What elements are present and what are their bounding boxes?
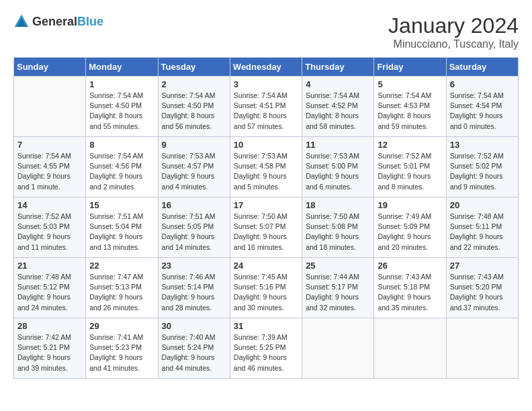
calendar-cell: 15Sunrise: 7:51 AMSunset: 5:04 PMDayligh… — [86, 197, 158, 258]
day-number: 18 — [306, 200, 370, 210]
calendar-cell: 20Sunrise: 7:48 AMSunset: 5:11 PMDayligh… — [446, 197, 518, 258]
day-number: 17 — [234, 200, 298, 210]
day-number: 23 — [162, 261, 226, 271]
day-info: Sunrise: 7:54 AMSunset: 4:52 PMDaylight:… — [306, 91, 370, 132]
day-number: 24 — [234, 261, 298, 271]
calendar-cell: 26Sunrise: 7:43 AMSunset: 5:18 PMDayligh… — [374, 258, 446, 318]
day-info: Sunrise: 7:48 AMSunset: 5:11 PMDaylight:… — [450, 212, 515, 253]
calendar-cell: 10Sunrise: 7:53 AMSunset: 4:58 PMDayligh… — [230, 137, 302, 197]
calendar-cell: 2Sunrise: 7:54 AMSunset: 4:50 PMDaylight… — [158, 77, 230, 137]
calendar-table: SundayMondayTuesdayWednesdayThursdayFrid… — [13, 57, 519, 379]
day-info: Sunrise: 7:53 AMSunset: 5:00 PMDaylight:… — [306, 151, 370, 192]
calendar-cell: 3Sunrise: 7:54 AMSunset: 4:51 PMDaylight… — [230, 77, 302, 137]
day-info: Sunrise: 7:52 AMSunset: 5:01 PMDaylight:… — [378, 151, 442, 192]
calendar-cell: 22Sunrise: 7:47 AMSunset: 5:13 PMDayligh… — [86, 258, 158, 318]
calendar-cell — [302, 318, 374, 379]
calendar-cell: 21Sunrise: 7:48 AMSunset: 5:12 PMDayligh… — [14, 258, 86, 318]
calendar-cell — [374, 318, 446, 379]
day-number: 15 — [89, 200, 154, 210]
calendar-cell: 19Sunrise: 7:49 AMSunset: 5:09 PMDayligh… — [374, 197, 446, 258]
calendar-cell: 25Sunrise: 7:44 AMSunset: 5:17 PMDayligh… — [302, 258, 374, 318]
col-header-wednesday: Wednesday — [230, 58, 302, 77]
title-area: January 2024 Minucciano, Tuscany, Italy — [388, 13, 519, 50]
calendar-cell: 8Sunrise: 7:54 AMSunset: 4:56 PMDaylight… — [86, 137, 158, 197]
day-number: 14 — [17, 200, 82, 210]
calendar-cell: 5Sunrise: 7:54 AMSunset: 4:53 PMDaylight… — [374, 77, 446, 137]
day-info: Sunrise: 7:42 AMSunset: 5:21 PMDaylight:… — [17, 332, 82, 373]
calendar-week-row: 1Sunrise: 7:54 AMSunset: 4:50 PMDaylight… — [14, 77, 519, 137]
calendar-cell — [446, 318, 518, 379]
calendar-header-row: SundayMondayTuesdayWednesdayThursdayFrid… — [14, 58, 519, 77]
day-number: 28 — [17, 321, 82, 331]
day-info: Sunrise: 7:54 AMSunset: 4:50 PMDaylight:… — [89, 91, 154, 132]
day-info: Sunrise: 7:45 AMSunset: 5:16 PMDaylight:… — [234, 272, 298, 313]
day-number: 19 — [378, 200, 442, 210]
day-info: Sunrise: 7:50 AMSunset: 5:07 PMDaylight:… — [234, 212, 298, 253]
calendar-cell: 28Sunrise: 7:42 AMSunset: 5:21 PMDayligh… — [14, 318, 86, 379]
day-number: 4 — [306, 79, 370, 89]
col-header-saturday: Saturday — [446, 58, 518, 77]
day-number: 22 — [89, 261, 154, 271]
day-number: 8 — [89, 140, 154, 150]
day-info: Sunrise: 7:54 AMSunset: 4:50 PMDaylight:… — [162, 91, 226, 132]
logo-icon — [13, 13, 30, 30]
day-info: Sunrise: 7:40 AMSunset: 5:24 PMDaylight:… — [162, 332, 226, 373]
calendar-week-row: 21Sunrise: 7:48 AMSunset: 5:12 PMDayligh… — [14, 258, 519, 318]
day-info: Sunrise: 7:51 AMSunset: 5:04 PMDaylight:… — [89, 212, 154, 253]
day-info: Sunrise: 7:52 AMSunset: 5:02 PMDaylight:… — [450, 151, 515, 192]
col-header-tuesday: Tuesday — [158, 58, 230, 77]
logo-text-blue: Blue — [77, 15, 103, 28]
calendar-cell: 31Sunrise: 7:39 AMSunset: 5:25 PMDayligh… — [230, 318, 302, 379]
day-number: 12 — [378, 140, 442, 150]
day-number: 20 — [450, 200, 515, 210]
day-info: Sunrise: 7:54 AMSunset: 4:54 PMDaylight:… — [450, 91, 515, 132]
day-info: Sunrise: 7:49 AMSunset: 5:09 PMDaylight:… — [378, 212, 442, 253]
calendar-cell: 30Sunrise: 7:40 AMSunset: 5:24 PMDayligh… — [158, 318, 230, 379]
day-number: 26 — [378, 261, 442, 271]
day-info: Sunrise: 7:47 AMSunset: 5:13 PMDaylight:… — [89, 272, 154, 313]
day-info: Sunrise: 7:52 AMSunset: 5:03 PMDaylight:… — [17, 212, 82, 253]
day-number: 16 — [162, 200, 226, 210]
calendar-cell: 29Sunrise: 7:41 AMSunset: 5:23 PMDayligh… — [86, 318, 158, 379]
day-number: 21 — [17, 261, 82, 271]
calendar-cell: 14Sunrise: 7:52 AMSunset: 5:03 PMDayligh… — [14, 197, 86, 258]
day-info: Sunrise: 7:53 AMSunset: 4:57 PMDaylight:… — [162, 151, 226, 192]
calendar-cell: 9Sunrise: 7:53 AMSunset: 4:57 PMDaylight… — [158, 137, 230, 197]
col-header-thursday: Thursday — [302, 58, 374, 77]
day-number: 2 — [162, 79, 226, 89]
day-number: 10 — [234, 140, 298, 150]
day-info: Sunrise: 7:54 AMSunset: 4:51 PMDaylight:… — [234, 91, 298, 132]
day-number: 7 — [17, 140, 82, 150]
calendar-cell — [14, 77, 86, 137]
calendar-cell: 18Sunrise: 7:50 AMSunset: 5:08 PMDayligh… — [302, 197, 374, 258]
calendar-cell: 17Sunrise: 7:50 AMSunset: 5:07 PMDayligh… — [230, 197, 302, 258]
calendar-cell: 23Sunrise: 7:46 AMSunset: 5:14 PMDayligh… — [158, 258, 230, 318]
calendar-week-row: 14Sunrise: 7:52 AMSunset: 5:03 PMDayligh… — [14, 197, 519, 258]
day-number: 5 — [378, 79, 442, 89]
day-info: Sunrise: 7:44 AMSunset: 5:17 PMDaylight:… — [306, 272, 370, 313]
day-number: 1 — [89, 79, 154, 89]
page-header: General Blue January 2024 Minucciano, Tu… — [13, 13, 519, 50]
calendar-cell: 27Sunrise: 7:43 AMSunset: 5:20 PMDayligh… — [446, 258, 518, 318]
day-number: 6 — [450, 79, 515, 89]
day-info: Sunrise: 7:54 AMSunset: 4:56 PMDaylight:… — [89, 151, 154, 192]
day-info: Sunrise: 7:43 AMSunset: 5:18 PMDaylight:… — [378, 272, 442, 313]
day-number: 13 — [450, 140, 515, 150]
day-info: Sunrise: 7:51 AMSunset: 5:05 PMDaylight:… — [162, 212, 226, 253]
calendar-cell: 1Sunrise: 7:54 AMSunset: 4:50 PMDaylight… — [86, 77, 158, 137]
day-info: Sunrise: 7:41 AMSunset: 5:23 PMDaylight:… — [89, 332, 154, 373]
calendar-week-row: 28Sunrise: 7:42 AMSunset: 5:21 PMDayligh… — [14, 318, 519, 379]
col-header-friday: Friday — [374, 58, 446, 77]
calendar-cell: 11Sunrise: 7:53 AMSunset: 5:00 PMDayligh… — [302, 137, 374, 197]
calendar-cell: 7Sunrise: 7:54 AMSunset: 4:55 PMDaylight… — [14, 137, 86, 197]
col-header-monday: Monday — [86, 58, 158, 77]
calendar-cell: 16Sunrise: 7:51 AMSunset: 5:05 PMDayligh… — [158, 197, 230, 258]
logo-text-general: General — [32, 15, 77, 28]
day-info: Sunrise: 7:46 AMSunset: 5:14 PMDaylight:… — [162, 272, 226, 313]
day-number: 30 — [162, 321, 226, 331]
day-number: 11 — [306, 140, 370, 150]
day-number: 3 — [234, 79, 298, 89]
calendar-cell: 4Sunrise: 7:54 AMSunset: 4:52 PMDaylight… — [302, 77, 374, 137]
day-info: Sunrise: 7:53 AMSunset: 4:58 PMDaylight:… — [234, 151, 298, 192]
day-number: 29 — [89, 321, 154, 331]
